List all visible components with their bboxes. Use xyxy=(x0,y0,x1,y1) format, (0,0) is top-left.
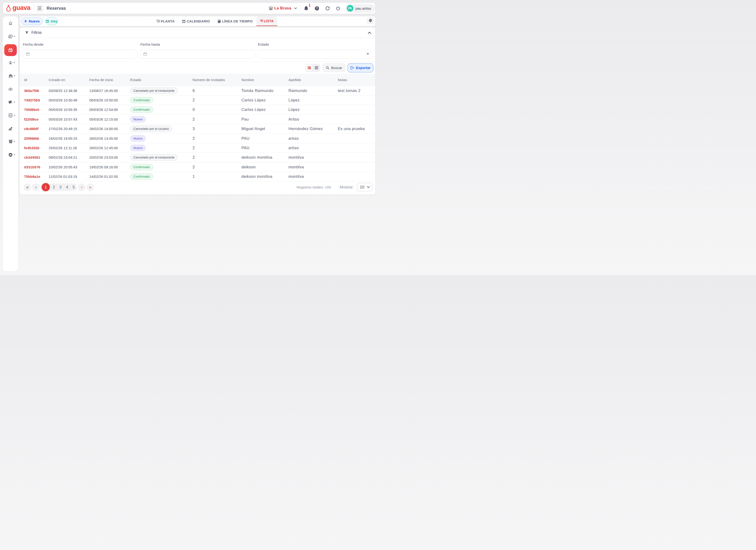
svg-text:?: ? xyxy=(316,7,318,10)
